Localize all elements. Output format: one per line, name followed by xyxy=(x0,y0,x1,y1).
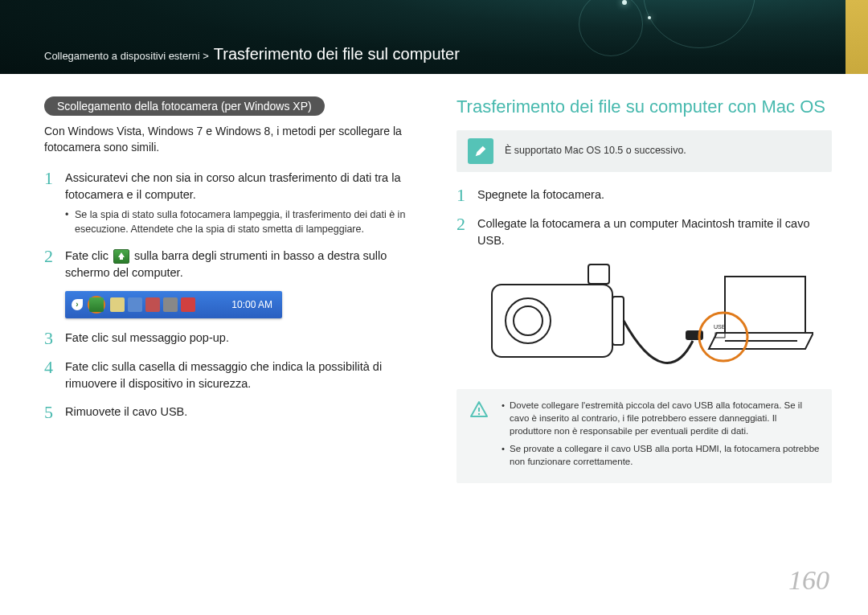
step-5: 5 Rimuovete il cavo USB. xyxy=(44,404,420,421)
content-area: Scollegamento della fotocamera (per Wind… xyxy=(44,96,832,583)
safely-remove-hardware-icon xyxy=(113,249,129,264)
svg-text:USB: USB xyxy=(714,324,726,330)
step-text: Assicuratevi che non sia in corso alcun … xyxy=(65,171,400,201)
tray-icon xyxy=(110,297,125,312)
step-1: 1 Spegnete la fotocamera. xyxy=(457,187,832,204)
breadcrumb: Collegamento a dispositivi esterni > Tra… xyxy=(44,45,460,64)
svg-rect-1 xyxy=(492,285,612,357)
tray-icon xyxy=(163,297,178,312)
usb-connection-diagram: USB xyxy=(457,260,832,381)
svg-rect-5 xyxy=(588,264,609,284)
breadcrumb-current: Trasferimento dei file sul computer xyxy=(214,45,460,64)
taskbar-highlighted-icon xyxy=(88,296,105,314)
section-heading: Trasferimento dei file su computer con M… xyxy=(457,96,832,117)
windows-taskbar: 10:00 AM xyxy=(65,291,282,318)
svg-rect-4 xyxy=(612,297,624,345)
step-text: Spegnete la fotocamera. xyxy=(477,187,832,203)
gold-accent-bar xyxy=(845,0,868,74)
step-4: 4 Fate clic sulla casella di messaggio c… xyxy=(44,359,420,392)
step-text: Fate clic sul messaggio pop-up. xyxy=(65,330,420,346)
tray-icon xyxy=(181,297,195,312)
tray-icon xyxy=(145,297,160,312)
info-callout: È supportato Mac OS 10.5 o successivo. xyxy=(457,130,832,172)
header-ornament xyxy=(547,0,788,74)
step-number: 5 xyxy=(44,404,55,421)
svg-point-3 xyxy=(514,306,542,335)
svg-point-8 xyxy=(699,313,747,361)
svg-rect-0 xyxy=(120,257,123,260)
steps-list-right: 1 Spegnete la fotocamera. 2 Collegate la… xyxy=(457,187,832,249)
section-pill: Scollegamento della fotocamera (per Wind… xyxy=(44,96,325,116)
step-2: 2 Collegate la fotocamera a un computer … xyxy=(457,215,832,249)
step-number: 1 xyxy=(457,187,468,204)
taskbar-expand-icon xyxy=(72,299,83,310)
warning-item: Se provate a collegare il cavo USB alla … xyxy=(502,442,821,468)
intro-paragraph: Con Windows Vista, Windows 7 e Windows 8… xyxy=(44,124,420,155)
step-number: 3 xyxy=(44,330,55,347)
step-text: Fate clic sulla casella di messaggio che… xyxy=(65,359,420,392)
step-sub-note: Se la spia di stato sulla fotocamera lam… xyxy=(65,208,420,236)
caution-icon xyxy=(468,399,490,421)
step-text-pre: Fate clic xyxy=(65,249,112,262)
svg-point-2 xyxy=(506,298,551,343)
info-text: È supportato Mac OS 10.5 o successivo. xyxy=(505,138,686,158)
warning-item: Dovete collegare l'estremità piccola del… xyxy=(502,399,821,437)
step-text: Collegate la fotocamera a un computer Ma… xyxy=(477,215,832,249)
step-number: 2 xyxy=(457,215,468,233)
step-1: 1 Assicuratevi che non sia in corso alcu… xyxy=(44,170,420,236)
right-column: Trasferimento dei file su computer con M… xyxy=(457,96,832,583)
svg-point-12 xyxy=(478,413,480,415)
warning-callout: Dovete collegare l'estremità piccola del… xyxy=(457,389,832,482)
page-number: 160 xyxy=(788,565,829,596)
taskbar-clock: 10:00 AM xyxy=(228,298,276,312)
breadcrumb-parent: Collegamento a dispositivi esterni > xyxy=(44,50,209,62)
pen-note-icon xyxy=(468,138,493,164)
left-column: Scollegamento della fotocamera (per Wind… xyxy=(44,96,420,583)
step-number: 4 xyxy=(44,359,55,376)
header-band: Collegamento a dispositivi esterni > Tra… xyxy=(0,0,868,74)
tray-icon xyxy=(128,297,142,312)
steps-list-left: 1 Assicuratevi che non sia in corso alcu… xyxy=(44,170,420,421)
step-number: 1 xyxy=(44,170,55,187)
warning-list: Dovete collegare l'estremità piccola del… xyxy=(502,399,821,473)
step-text: Rimuovete il cavo USB. xyxy=(65,404,420,420)
step-2: 2 Fate clic sulla barra degli strumenti … xyxy=(44,248,420,318)
step-3: 3 Fate clic sul messaggio pop-up. xyxy=(44,330,420,347)
step-number: 2 xyxy=(44,248,55,265)
